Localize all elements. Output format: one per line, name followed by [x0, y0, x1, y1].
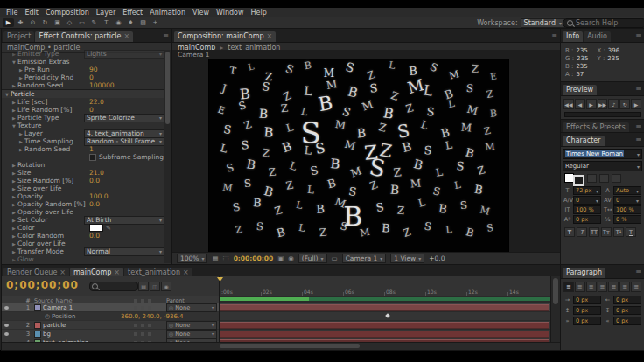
active-camera-select[interactable]: Camera 1▾	[342, 254, 387, 263]
menu-item-file[interactable]: File	[3, 9, 21, 17]
twirl-icon[interactable]: ▶	[10, 249, 18, 254]
layer-name[interactable]: bg	[32, 331, 119, 338]
twirl-icon[interactable]: ▶	[10, 186, 18, 191]
twirl-icon[interactable]: ▶	[18, 67, 24, 73]
twirl-icon[interactable]: ▶	[10, 241, 18, 247]
stroke-color-swatch[interactable]	[573, 175, 584, 186]
viewer-timecode[interactable]: 0;00;00;00	[234, 254, 274, 262]
twirl-icon[interactable]: ▶	[10, 171, 18, 176]
tab-effect-controls[interactable]: Effect Controls: particle×	[35, 31, 133, 42]
tab-preview[interactable]: Preview	[563, 85, 597, 95]
timeline-lane[interactable]	[220, 330, 551, 338]
horizontal-scale-value[interactable]: 100 %	[613, 205, 641, 214]
parent-select[interactable]: ◎None▾	[166, 321, 217, 330]
twirl-icon[interactable]: ▼	[10, 123, 18, 129]
camera-tool-icon[interactable]: ▣	[52, 18, 63, 27]
layer-duration-bar[interactable]	[220, 304, 550, 311]
subscript-icon[interactable]: T	[626, 227, 636, 237]
pickwhip-icon[interactable]: ◎	[169, 322, 173, 328]
twirl-icon[interactable]: ▶	[10, 100, 18, 105]
tsume-value[interactable]: 0 %	[613, 215, 641, 224]
layer-name[interactable]: particle	[32, 322, 119, 329]
twirl-icon[interactable]: ▶	[10, 115, 18, 121]
align-center-button[interactable]: ≡	[575, 282, 585, 292]
eraser-tool-icon[interactable]: ▨	[137, 18, 149, 27]
justify-all-button[interactable]: ≡	[631, 282, 641, 292]
zoom-tool-icon[interactable]: ⊙	[27, 18, 38, 27]
layer-duration-bar[interactable]	[220, 331, 550, 338]
grid-guides-icon[interactable]: ▦	[212, 254, 218, 262]
panel-menu-icon[interactable]: ≡	[635, 136, 641, 143]
parent-select[interactable]: ◎None▾	[166, 303, 217, 312]
font-family-select[interactable]: Times New Roman ▾	[563, 149, 642, 159]
brush-tool-icon[interactable]: ◉	[113, 18, 124, 27]
fx-value[interactable]: 0.0	[89, 232, 164, 240]
tab-paragraph[interactable]: Paragraph	[563, 268, 606, 278]
twirl-icon[interactable]: ▼	[4, 92, 10, 97]
close-icon[interactable]: ×	[183, 268, 189, 276]
fx-value[interactable]: 100.0	[89, 192, 164, 200]
exposure-value[interactable]: +0.0	[429, 254, 444, 262]
twirl-icon[interactable]: ▼	[10, 59, 18, 65]
composition-canvas[interactable]: TLZSBMSZLBSMZEJBSZLMBSZMLBSZESBZLBSMBZSL…	[209, 59, 508, 254]
twirl-icon[interactable]: ▶	[10, 218, 18, 223]
justify-last-center-button[interactable]: ≡	[608, 282, 619, 292]
faux-bold-icon[interactable]: T	[564, 227, 575, 237]
composition-mini-flowchart-icon[interactable]: ▤	[138, 282, 149, 291]
selection-tool-icon[interactable]: ▶	[3, 18, 14, 27]
workspace-select[interactable]: Standard ▾	[521, 18, 565, 28]
eyedropper-icon[interactable]: ✎	[106, 225, 111, 232]
panel-menu-icon[interactable]: ≡	[635, 122, 641, 130]
leading-value[interactable]: Auto▾	[613, 186, 641, 195]
label-color-chip[interactable]	[34, 304, 41, 311]
menu-item-composition[interactable]: Composition	[42, 9, 93, 17]
menu-item-view[interactable]: View	[189, 9, 213, 17]
ram-preview-button[interactable]: ▶	[631, 99, 641, 109]
panel-menu-icon[interactable]: ≡	[163, 31, 169, 39]
snapshot-icon[interactable]: ▣	[277, 254, 284, 262]
baseline-shift-value[interactable]: 0 px	[573, 215, 601, 224]
twirl-icon[interactable]: ▶	[18, 131, 24, 136]
pickwhip-icon[interactable]: ◎	[169, 331, 173, 337]
type-tool-icon[interactable]: T	[101, 18, 112, 27]
zoom-select[interactable]: 100%▾	[177, 254, 207, 263]
property-row-position[interactable]: ◷Position360.0, 240.0, -936.4	[2, 312, 219, 321]
clone-stamp-tool-icon[interactable]: ♦	[125, 18, 136, 27]
layer-switches[interactable]	[119, 323, 166, 327]
view-layout-select[interactable]: 1 View▾	[390, 254, 424, 263]
menu-item-effect[interactable]: Effect	[119, 9, 146, 17]
panel-menu-icon[interactable]: ≡	[635, 268, 641, 275]
fx-dropdown[interactable]: Lights▾	[84, 50, 164, 59]
twirl-icon[interactable]: ▶	[10, 108, 18, 113]
eyedropper-icon[interactable]	[587, 174, 597, 183]
twirl-icon[interactable]: ▶	[10, 226, 18, 231]
twirl-icon[interactable]: ▶	[10, 83, 18, 88]
twirl-icon[interactable]: ▶	[10, 194, 18, 199]
twirl-icon[interactable]: ▶	[10, 178, 18, 184]
pan-behind-tool-icon[interactable]: ◇	[64, 18, 75, 27]
fx-value[interactable]: 0	[89, 73, 164, 81]
space-after-value[interactable]: 0 px	[613, 306, 641, 315]
preview-shuttle[interactable]	[564, 112, 640, 117]
twirl-icon[interactable]: ▶	[10, 257, 18, 262]
last-line-indent-value[interactable]: 0 px	[613, 317, 641, 325]
checkbox-icon[interactable]	[89, 154, 96, 161]
fx-value[interactable]: 22.0	[89, 98, 164, 106]
eye-icon[interactable]	[4, 332, 9, 336]
indent-right-value[interactable]: 0 px	[613, 296, 641, 304]
help-search-input[interactable]: Search Help	[563, 18, 644, 28]
roi-icon[interactable]: ▭	[332, 254, 338, 262]
close-icon[interactable]: ×	[114, 268, 120, 276]
twirl-icon[interactable]: ▶	[10, 163, 18, 168]
property-value[interactable]: 360.0, 240.0, -936.4	[121, 313, 219, 320]
space-before-value[interactable]: 0 px	[573, 306, 601, 315]
effect-controls-scrollbar[interactable]	[164, 50, 171, 263]
timeline-horizontal-scrollbar[interactable]	[2, 342, 560, 350]
twirl-icon[interactable]: ▶	[10, 202, 18, 207]
label-color-chip[interactable]	[34, 331, 41, 338]
fx-value[interactable]: 90	[89, 66, 164, 73]
menu-item-edit[interactable]: Edit	[21, 9, 42, 17]
parent-select[interactable]: ◎None▾	[166, 330, 217, 338]
twirl-icon[interactable]: ▶	[18, 147, 24, 152]
fx-value[interactable]: 0.0	[89, 200, 164, 208]
